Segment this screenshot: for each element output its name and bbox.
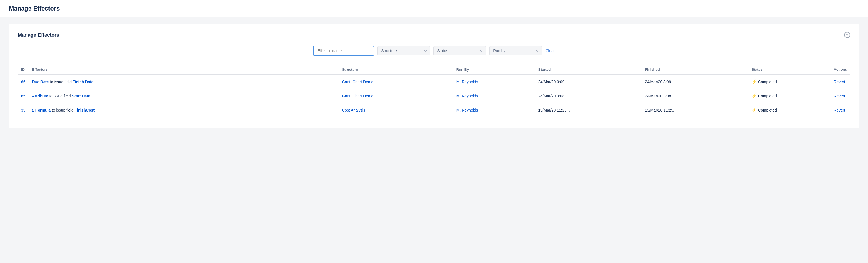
effectors-table: ID Effectors Structure Run By Started Fi… (18, 65, 850, 117)
cell-id: 65 (18, 89, 29, 103)
effector-mid: to issue field (51, 108, 74, 112)
section-title: Manage Effectors (18, 32, 59, 38)
cell-action[interactable]: Revert (830, 89, 850, 103)
status-label: Completed (758, 94, 777, 98)
col-header-started: Started (535, 65, 642, 75)
cell-structure: Gantt Chart Demo (339, 89, 453, 103)
effector-suffix: Start Date (72, 94, 90, 98)
effector-name-input[interactable] (313, 46, 374, 56)
effector-prefix: Attribute (32, 94, 48, 98)
cell-finished: 13/Mar/20 11:25... (642, 103, 748, 117)
cell-runby: M. Reynolds (453, 103, 535, 117)
effector-prefix: Σ Formula (32, 108, 51, 112)
effector-suffix: Finish Date (72, 80, 93, 84)
page-title: Manage Effectors (9, 5, 859, 12)
cell-id: 33 (18, 103, 29, 117)
lightning-icon: ⚡ (752, 93, 757, 98)
cell-started: 24/Mar/20 3:09 ... (535, 75, 642, 89)
cell-runby: M. Reynolds (453, 75, 535, 89)
cell-effectors: Due Date to issue field Finish Date (29, 75, 339, 89)
table-row: 66Due Date to issue field Finish DateGan… (18, 75, 850, 89)
effector-prefix: Due Date (32, 80, 49, 84)
col-header-id: ID (18, 65, 29, 75)
lightning-icon: ⚡ (752, 79, 757, 84)
col-header-actions: Actions (830, 65, 850, 75)
table-row: 65Attribute to issue field Start DateGan… (18, 89, 850, 103)
cell-effectors: Σ Formula to issue field FinishCost (29, 103, 339, 117)
cell-id: 66 (18, 75, 29, 89)
filter-row: Structure Status Run by Clear (18, 46, 850, 56)
cell-effectors: Attribute to issue field Start Date (29, 89, 339, 103)
cell-finished: 24/Mar/20 3:09 ... (642, 75, 748, 89)
col-header-finished: Finished (642, 65, 748, 75)
cell-finished: 24/Mar/20 3:08 ... (642, 89, 748, 103)
status-label: Completed (758, 108, 777, 112)
cell-status: ⚡Completed (748, 89, 830, 103)
cell-action[interactable]: Revert (830, 103, 850, 117)
cell-structure: Gantt Chart Demo (339, 75, 453, 89)
help-icon[interactable]: ? (844, 32, 850, 38)
table-header-row: ID Effectors Structure Run By Started Fi… (18, 65, 850, 75)
col-header-structure: Structure (339, 65, 453, 75)
runby-select[interactable]: Run by (489, 46, 542, 56)
effector-mid: to issue field (49, 80, 72, 84)
effector-mid: to issue field (48, 94, 72, 98)
cell-status: ⚡Completed (748, 103, 830, 117)
col-header-effectors: Effectors (29, 65, 339, 75)
cell-runby: M. Reynolds (453, 89, 535, 103)
col-header-runby: Run By (453, 65, 535, 75)
clear-button[interactable]: Clear (546, 48, 555, 54)
cell-started: 24/Mar/20 3:08 ... (535, 89, 642, 103)
status-label: Completed (758, 80, 777, 84)
lightning-icon: ⚡ (752, 108, 757, 113)
cell-action[interactable]: Revert (830, 75, 850, 89)
cell-status: ⚡Completed (748, 75, 830, 89)
col-header-status: Status (748, 65, 830, 75)
cell-structure: Cost Analysis (339, 103, 453, 117)
cell-started: 13/Mar/20 11:25... (535, 103, 642, 117)
table-row: 33Σ Formula to issue field FinishCostCos… (18, 103, 850, 117)
status-select[interactable]: Status (433, 46, 486, 56)
effector-suffix: FinishCost (74, 108, 94, 112)
structure-select[interactable]: Structure (377, 46, 430, 56)
